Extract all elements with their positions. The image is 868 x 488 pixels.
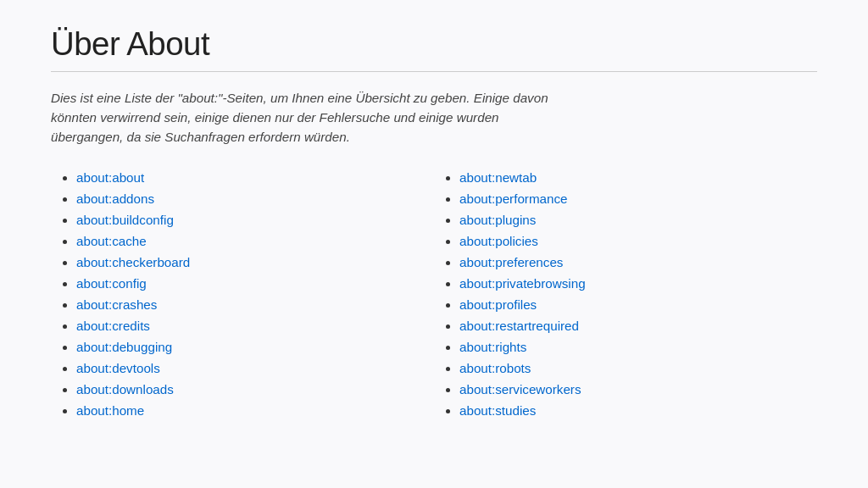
list-item: about:plugins bbox=[459, 213, 817, 227]
about-link[interactable]: about:about bbox=[76, 170, 144, 185]
page-title: Über About bbox=[51, 25, 817, 72]
about-link[interactable]: about:restartrequired bbox=[459, 319, 579, 333]
list-item: about:addons bbox=[76, 191, 434, 206]
list-item: about:serviceworkers bbox=[459, 382, 817, 396]
about-link[interactable]: about:serviceworkers bbox=[459, 382, 581, 396]
list-item: about:config bbox=[76, 276, 434, 291]
about-link[interactable]: about:downloads bbox=[76, 382, 174, 396]
list-item: about:newtab bbox=[459, 170, 817, 185]
list-item: about:checkerboard bbox=[76, 255, 434, 269]
list-item: about:policies bbox=[459, 234, 817, 248]
about-link[interactable]: about:crashes bbox=[76, 297, 157, 312]
about-link[interactable]: about:newtab bbox=[459, 170, 537, 185]
about-link[interactable]: about:profiles bbox=[459, 297, 537, 312]
links-container: about:aboutabout:addonsabout:buildconfig… bbox=[51, 170, 817, 424]
right-column: about:newtababout:performanceabout:plugi… bbox=[434, 170, 817, 424]
about-link[interactable]: about:preferences bbox=[459, 255, 563, 269]
about-link[interactable]: about:devtools bbox=[76, 361, 160, 375]
about-link[interactable]: about:policies bbox=[459, 234, 538, 248]
list-item: about:downloads bbox=[76, 382, 434, 396]
about-link[interactable]: about:rights bbox=[459, 340, 526, 354]
about-link[interactable]: about:cache bbox=[76, 234, 147, 248]
list-item: about:studies bbox=[459, 403, 817, 418]
about-link[interactable]: about:addons bbox=[76, 191, 154, 206]
about-link[interactable]: about:buildconfig bbox=[76, 213, 174, 227]
list-item: about:devtools bbox=[76, 361, 434, 375]
about-link[interactable]: about:debugging bbox=[76, 340, 172, 354]
left-column: about:aboutabout:addonsabout:buildconfig… bbox=[51, 170, 434, 424]
list-item: about:preferences bbox=[459, 255, 817, 269]
about-link[interactable]: about:checkerboard bbox=[76, 255, 190, 269]
list-item: about:cache bbox=[76, 234, 434, 248]
list-item: about:profiles bbox=[459, 297, 817, 312]
page-description: Dies ist eine Liste der "about:"-Seiten,… bbox=[51, 89, 559, 147]
list-item: about:credits bbox=[76, 319, 434, 333]
about-link[interactable]: about:home bbox=[76, 403, 144, 418]
list-item: about:privatebrowsing bbox=[459, 276, 817, 291]
list-item: about:crashes bbox=[76, 297, 434, 312]
about-link[interactable]: about:robots bbox=[459, 361, 531, 375]
list-item: about:about bbox=[76, 170, 434, 185]
about-link[interactable]: about:performance bbox=[459, 191, 568, 206]
list-item: about:debugging bbox=[76, 340, 434, 354]
list-item: about:buildconfig bbox=[76, 213, 434, 227]
list-item: about:home bbox=[76, 403, 434, 418]
list-item: about:robots bbox=[459, 361, 817, 375]
list-item: about:restartrequired bbox=[459, 319, 817, 333]
list-item: about:performance bbox=[459, 191, 817, 206]
about-link[interactable]: about:credits bbox=[76, 319, 150, 333]
about-link[interactable]: about:studies bbox=[459, 403, 536, 418]
list-item: about:rights bbox=[459, 340, 817, 354]
about-link[interactable]: about:privatebrowsing bbox=[459, 276, 586, 291]
about-link[interactable]: about:plugins bbox=[459, 213, 536, 227]
about-link[interactable]: about:config bbox=[76, 276, 147, 291]
